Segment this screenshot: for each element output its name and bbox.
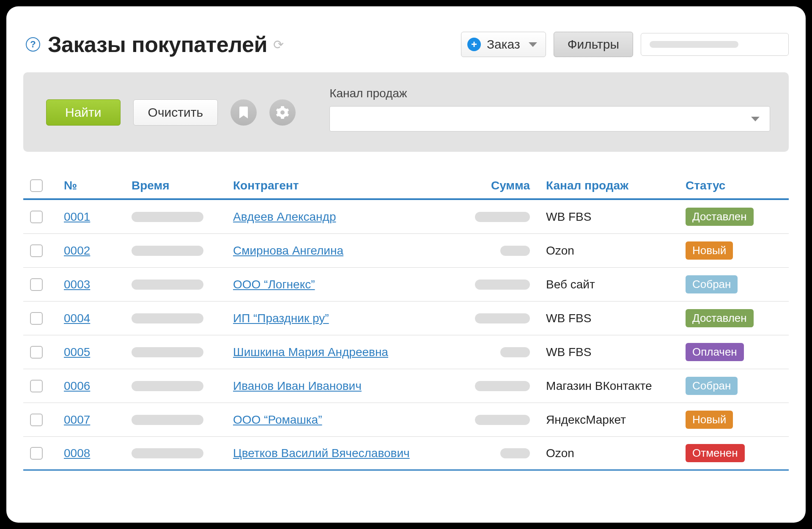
status-badge: Доставлен <box>686 208 754 226</box>
counterparty-link[interactable]: ООО “Ромашка” <box>233 413 322 426</box>
channel-cell: Ozon <box>546 244 681 258</box>
table-row: 0005Шишкина Мария АндреевнаWB FBSОплачен <box>23 335 789 369</box>
sum-placeholder <box>500 347 530 357</box>
find-button[interactable]: Найти <box>46 99 121 126</box>
order-number-link[interactable]: 0007 <box>64 413 90 426</box>
table-row: 0002Смирнова АнгелинаOzonНовый <box>23 234 789 268</box>
search-input[interactable] <box>641 33 789 56</box>
help-glyph: ? <box>30 39 36 50</box>
channel-filter-label: Канал продаж <box>329 87 770 100</box>
time-placeholder <box>132 347 203 357</box>
order-number-link[interactable]: 0003 <box>64 278 90 291</box>
order-number-link[interactable]: 0004 <box>64 312 90 325</box>
col-channel[interactable]: Канал продаж <box>546 179 681 192</box>
new-order-button[interactable]: + Заказ <box>461 32 546 57</box>
search-placeholder <box>650 41 738 48</box>
col-time[interactable]: Время <box>132 179 229 192</box>
counterparty-link[interactable]: Смирнова Ангелина <box>233 244 343 257</box>
time-placeholder <box>132 381 203 391</box>
row-checkbox[interactable] <box>30 244 43 257</box>
sum-placeholder <box>475 381 530 391</box>
col-sum[interactable]: Сумма <box>457 179 542 192</box>
order-number-link[interactable]: 0005 <box>64 345 90 359</box>
header: ? Заказы покупателей ⟳ + Заказ Фильтры <box>26 32 789 57</box>
sum-placeholder <box>475 313 530 323</box>
status-badge: Отменен <box>686 444 745 462</box>
sum-placeholder <box>500 448 530 458</box>
table-row: 0008Цветков Василий ВячеславовичOzonОтме… <box>23 437 789 471</box>
filters-button[interactable]: Фильтры <box>554 32 633 57</box>
channel-cell: WB FBS <box>546 312 681 325</box>
find-label: Найти <box>65 105 102 119</box>
help-icon[interactable]: ? <box>26 37 40 52</box>
status-badge: Собран <box>686 377 738 395</box>
channel-cell: ЯндексМаркет <box>546 413 681 427</box>
row-checkbox[interactable] <box>30 312 43 325</box>
bookmark-icon <box>239 107 248 118</box>
plus-icon: + <box>467 38 481 51</box>
sum-placeholder <box>500 246 530 256</box>
row-checkbox[interactable] <box>30 380 43 392</box>
counterparty-link[interactable]: Иванов Иван Иванович <box>233 379 362 392</box>
time-placeholder <box>132 448 203 458</box>
time-placeholder <box>132 415 203 425</box>
sum-placeholder <box>475 415 530 425</box>
order-number-link[interactable]: 0008 <box>64 447 90 460</box>
col-number[interactable]: № <box>64 179 127 192</box>
table-header: № Время Контрагент Сумма Канал продаж Ст… <box>23 173 789 200</box>
clear-label: Очистить <box>148 105 203 119</box>
select-all-checkbox[interactable] <box>30 179 43 192</box>
refresh-icon[interactable]: ⟳ <box>273 37 284 52</box>
channel-cell: Веб сайт <box>546 278 681 291</box>
order-number-link[interactable]: 0002 <box>64 244 90 257</box>
table-body: 0001Авдеев АлександрWB FBSДоставлен0002С… <box>23 200 789 471</box>
table-row: 0007ООО “Ромашка”ЯндексМаркетНовый <box>23 403 789 437</box>
page-title: Заказы покупателей <box>48 32 267 57</box>
status-badge: Доставлен <box>686 309 754 327</box>
time-placeholder <box>132 313 203 323</box>
row-checkbox[interactable] <box>30 211 43 223</box>
row-checkbox[interactable] <box>30 278 43 291</box>
chevron-down-icon <box>529 42 537 47</box>
counterparty-link[interactable]: ИП “Праздник ру” <box>233 312 329 325</box>
filter-panel: Найти Очистить Канал продаж <box>23 72 789 152</box>
gear-icon <box>276 106 289 119</box>
channel-cell: Магазин ВКонтакте <box>546 379 681 393</box>
status-badge: Новый <box>686 411 733 429</box>
row-checkbox[interactable] <box>30 447 43 460</box>
channel-cell: Ozon <box>546 447 681 460</box>
new-order-label: Заказ <box>487 37 520 52</box>
filters-label: Фильтры <box>568 37 619 51</box>
col-counterparty[interactable]: Контрагент <box>233 179 453 192</box>
clear-button[interactable]: Очистить <box>133 99 218 126</box>
col-status[interactable]: Статус <box>686 179 787 192</box>
row-checkbox[interactable] <box>30 346 43 359</box>
channel-filter: Канал продаж <box>329 87 770 132</box>
time-placeholder <box>132 246 203 256</box>
counterparty-link[interactable]: Авдеев Александр <box>233 210 336 223</box>
status-badge: Собран <box>686 275 738 293</box>
bookmark-button[interactable] <box>230 99 257 126</box>
channel-cell: WB FBS <box>546 210 681 224</box>
time-placeholder <box>132 212 203 222</box>
orders-table: № Время Контрагент Сумма Канал продаж Ст… <box>23 173 789 471</box>
sum-placeholder <box>475 280 530 290</box>
table-row: 0001Авдеев АлександрWB FBSДоставлен <box>23 200 789 234</box>
status-badge: Оплачен <box>686 343 744 361</box>
table-row: 0006Иванов Иван ИвановичМагазин ВКонтакт… <box>23 369 789 403</box>
order-number-link[interactable]: 0001 <box>64 210 90 223</box>
table-row: 0004ИП “Праздник ру”WB FBSДоставлен <box>23 302 789 335</box>
time-placeholder <box>132 280 203 290</box>
table-row: 0003ООО “Логнекс”Веб сайтСобран <box>23 268 789 302</box>
sum-placeholder <box>475 212 530 222</box>
status-badge: Новый <box>686 241 733 260</box>
settings-button[interactable] <box>269 99 296 126</box>
counterparty-link[interactable]: Цветков Василий Вячеславович <box>233 447 410 460</box>
counterparty-link[interactable]: ООО “Логнекс” <box>233 278 315 291</box>
channel-cell: WB FBS <box>546 345 681 359</box>
channel-select[interactable] <box>329 106 770 132</box>
row-checkbox[interactable] <box>30 414 43 426</box>
counterparty-link[interactable]: Шишкина Мария Андреевна <box>233 345 388 359</box>
chevron-down-icon <box>751 117 760 121</box>
order-number-link[interactable]: 0006 <box>64 379 90 392</box>
